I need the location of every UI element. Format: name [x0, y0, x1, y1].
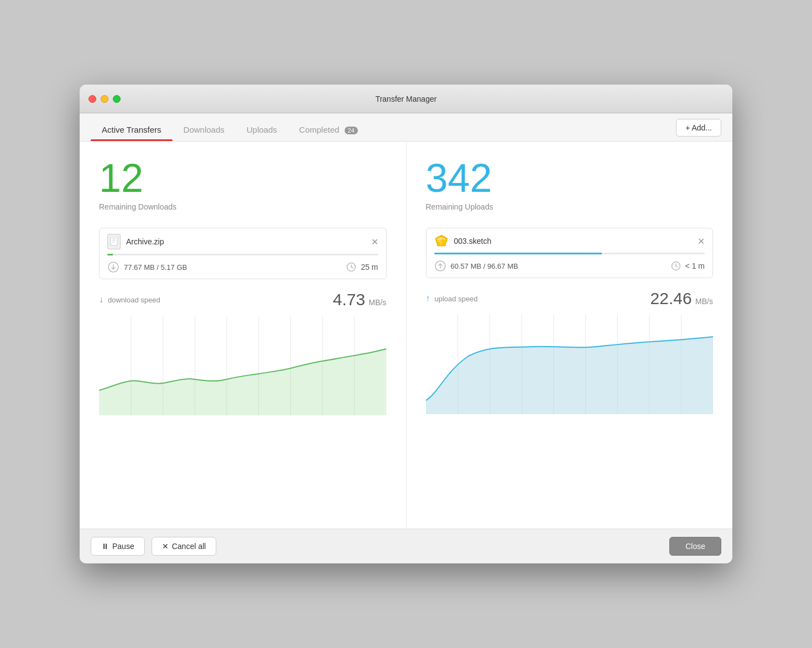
tab-downloads[interactable]: Downloads — [173, 119, 236, 141]
add-button[interactable]: + Add... — [676, 119, 721, 137]
download-speed-label: download speed — [108, 296, 160, 304]
minimize-window-button[interactable] — [101, 95, 108, 103]
tab-uploads[interactable]: Uploads — [236, 119, 288, 141]
upload-transfer-icon — [434, 260, 446, 272]
upload-chart — [426, 315, 714, 414]
download-chart — [99, 316, 387, 415]
zip-file-icon — [107, 234, 121, 249]
tab-active-transfers[interactable]: Active Transfers — [91, 119, 173, 141]
window-title: Transfer Manager — [376, 95, 437, 103]
download-file-name: Archive.zip — [126, 237, 164, 246]
download-stats: 77.67 MB / 5.17 GB 25 m — [107, 261, 378, 273]
download-transfer-icon — [107, 261, 119, 273]
traffic-lights — [89, 95, 121, 103]
download-panel: 12 Remaining Downloads Archive — [80, 142, 407, 529]
cancel-all-button[interactable]: ✕ Cancel all — [152, 537, 216, 556]
tab-completed[interactable]: Completed 24 — [288, 119, 369, 141]
download-size: 77.67 MB / 5.17 GB — [124, 263, 187, 271]
download-speed-value: 4.73 — [333, 290, 365, 309]
close-button[interactable]: Close — [669, 537, 721, 556]
download-speed-unit: MB/s — [369, 298, 387, 307]
upload-time-remaining: < 1 m — [685, 262, 705, 270]
upload-speed-label: upload speed — [435, 295, 478, 303]
download-count: 12 — [99, 158, 387, 198]
download-time-remaining: 25 m — [361, 263, 378, 271]
footer: ⏸ Pause ✕ Cancel all Close — [80, 529, 732, 563]
remove-upload-button[interactable]: ✕ — [698, 236, 705, 247]
upload-size: 60.57 MB / 96.67 MB — [451, 262, 518, 270]
toolbar: Active Transfers Downloads Uploads Compl… — [80, 113, 732, 142]
upload-speed-unit: MB/s — [695, 297, 713, 306]
tab-bar: Active Transfers Downloads Uploads Compl… — [91, 119, 369, 141]
upload-file-info: 003.sketch — [434, 234, 492, 248]
maximize-window-button[interactable] — [113, 95, 121, 103]
download-arrow-icon: ↓ — [99, 295, 103, 305]
upload-remaining-label: Remaining Uploads — [426, 202, 714, 211]
pause-button[interactable]: ⏸ Pause — [91, 537, 145, 556]
svg-rect-0 — [111, 237, 117, 245]
upload-speed-section: ↑ upload speed 22.46 MB/s — [426, 289, 714, 308]
download-clock-icon — [346, 262, 356, 272]
download-remaining-label: Remaining Downloads — [99, 202, 387, 211]
upload-arrow-icon: ↑ — [426, 294, 430, 304]
upload-stats: 60.57 MB / 96.67 MB < 1 m — [434, 260, 705, 272]
titlebar: Transfer Manager — [80, 85, 732, 113]
footer-left: ⏸ Pause ✕ Cancel all — [91, 537, 216, 556]
upload-clock-icon — [671, 261, 681, 271]
upload-progress-bar — [434, 253, 705, 254]
download-progress-bar — [107, 254, 378, 255]
upload-file-item: 003.sketch ✕ 60.57 MB / 96.6 — [426, 228, 714, 278]
download-file-item: Archive.zip ✕ 77.67 MB / 5.1 — [99, 228, 387, 279]
pause-icon: ⏸ — [101, 542, 109, 551]
app-window: Transfer Manager Active Transfers Downlo… — [80, 85, 732, 563]
file-header: Archive.zip ✕ — [107, 234, 378, 249]
close-window-button[interactable] — [89, 95, 96, 103]
cancel-icon: ✕ — [162, 542, 169, 551]
upload-count: 342 — [426, 158, 714, 198]
main-content: 12 Remaining Downloads Archive — [80, 142, 732, 529]
upload-file-name: 003.sketch — [454, 237, 492, 245]
download-speed-section: ↓ download speed 4.73 MB/s — [99, 290, 387, 309]
file-info: Archive.zip — [107, 234, 164, 249]
upload-speed-value: 22.46 — [650, 289, 692, 307]
remove-download-button[interactable]: ✕ — [371, 237, 378, 247]
sketch-file-icon — [434, 234, 449, 248]
upload-file-header: 003.sketch ✕ — [434, 234, 705, 248]
completed-badge: 24 — [345, 127, 358, 134]
upload-panel: 342 Remaining Uploads 003.sketch — [407, 142, 733, 529]
